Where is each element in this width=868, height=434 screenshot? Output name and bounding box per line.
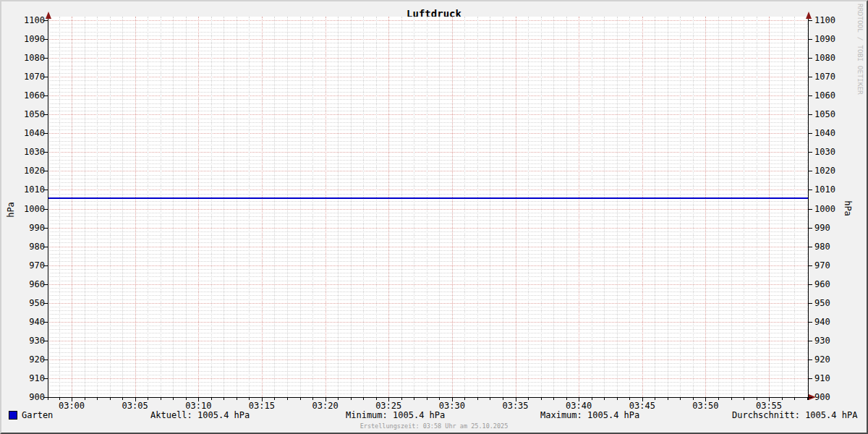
gridline-h-minor [48, 299, 808, 300]
gridline-v-minor [427, 17, 427, 397]
gridline-h-minor [48, 393, 808, 394]
gridline-v-major [705, 17, 706, 397]
gridline-h-minor [48, 99, 808, 100]
gridline-v-minor [782, 17, 783, 397]
gridline-h-major [48, 265, 808, 266]
y-tick-label: 990 [814, 223, 849, 233]
gridline-h-major [48, 228, 808, 229]
y-tick-label: 940 [814, 317, 849, 327]
gridline-v-minor [566, 17, 567, 397]
y-tick-label: 1070 [10, 72, 45, 82]
gridline-h-minor [48, 122, 808, 123]
y-tick [808, 284, 812, 285]
gridline-v-minor [541, 17, 542, 397]
gridline-h-minor [48, 148, 808, 149]
y-tick-label: 1000 [10, 204, 45, 214]
gridline-h-minor [48, 220, 808, 221]
gridline-v-minor [490, 17, 490, 397]
x-tick [744, 398, 744, 400]
x-tick [439, 398, 440, 400]
gridline-h-minor [48, 337, 808, 338]
gridline-h-major [48, 284, 808, 285]
gridline-v-minor [186, 17, 187, 397]
gridline-h-minor [48, 382, 808, 383]
y-tick-label: 960 [10, 279, 45, 289]
y-axis-left [48, 14, 48, 400]
gridline-h-minor [48, 261, 808, 262]
y-tick [808, 303, 812, 304]
y-tick [808, 95, 812, 96]
gridline-h-minor [48, 242, 808, 243]
gridline-h-minor [48, 129, 808, 130]
y-tick-label: 970 [814, 260, 849, 271]
gridline-h-minor [48, 348, 808, 349]
gridline-v-minor [376, 17, 377, 397]
x-tick [566, 398, 567, 400]
gridline-v-minor [287, 17, 288, 397]
gridline-h-minor [48, 292, 808, 292]
gridline-h-minor [48, 111, 808, 111]
x-tick [592, 398, 592, 400]
gridline-h-minor [48, 258, 808, 258]
y-tick-label: 980 [10, 242, 45, 252]
gridline-h-minor [48, 367, 808, 367]
gridline-v-major [579, 17, 579, 397]
x-tick [541, 398, 542, 400]
y-tick [808, 209, 812, 210]
gridline-h-major [48, 114, 808, 115]
y-tick-label: 900 [814, 392, 849, 402]
y-tick-label: 920 [814, 354, 849, 365]
gridline-v-minor [693, 17, 694, 397]
y-tick-label: 1090 [10, 34, 45, 44]
gridline-v-minor [414, 17, 414, 397]
legend-stat-durchschnitt: Durchschnitt: 1005.4 hPA [732, 410, 857, 421]
gridline-h-minor [48, 333, 808, 333]
gridline-h-minor [48, 167, 808, 168]
gridline-h-minor [48, 92, 808, 93]
gridline-h-minor [48, 201, 808, 202]
gridline-h-minor [48, 216, 808, 217]
y-tick-label: 900 [10, 392, 45, 402]
gridline-v-minor [503, 17, 503, 397]
gridline-h-minor [48, 254, 808, 255]
gridline-h-minor [48, 194, 808, 195]
gridline-h-minor [48, 318, 808, 319]
gridline-v-minor [439, 17, 440, 397]
x-tick [122, 398, 123, 400]
gridline-h-minor [48, 352, 808, 353]
y-tick [808, 114, 812, 115]
gridline-h-minor [48, 371, 808, 372]
gridline-h-minor [48, 356, 808, 357]
gridline-h-minor [48, 119, 808, 119]
x-tick [629, 398, 630, 400]
y-tick-label: 1030 [10, 147, 45, 157]
x-tick [110, 398, 111, 400]
gridline-h-major [48, 322, 808, 323]
gridline-v-minor [148, 17, 148, 397]
gridline-v-minor [161, 17, 161, 397]
x-tick-label: 03:35 [498, 401, 534, 411]
gridline-v-major [72, 17, 72, 397]
y-tick-label: 930 [814, 336, 849, 346]
x-tick [173, 398, 174, 400]
gridline-h-minor [48, 276, 808, 277]
gridline-h-minor [48, 326, 808, 326]
gridline-v-major [326, 17, 326, 397]
gridline-v-major [135, 17, 136, 397]
x-tick [503, 398, 503, 400]
gridline-h-minor [48, 213, 808, 213]
gridline-h-minor [48, 386, 808, 386]
gridline-h-minor [48, 239, 808, 239]
gridline-v-minor [757, 17, 757, 397]
gridline-h-major [48, 20, 808, 21]
x-tick-label: 03:15 [244, 401, 280, 411]
x-tick [617, 398, 618, 400]
gridline-h-minor [48, 224, 808, 224]
gridline-v-minor [274, 17, 275, 397]
x-tick [211, 398, 212, 400]
gridline-h-minor [48, 310, 808, 311]
y-tick [808, 133, 812, 134]
gridline-h-minor [48, 269, 808, 270]
y-tick-label: 1090 [814, 34, 849, 44]
x-tick-label: 03:55 [751, 401, 787, 411]
